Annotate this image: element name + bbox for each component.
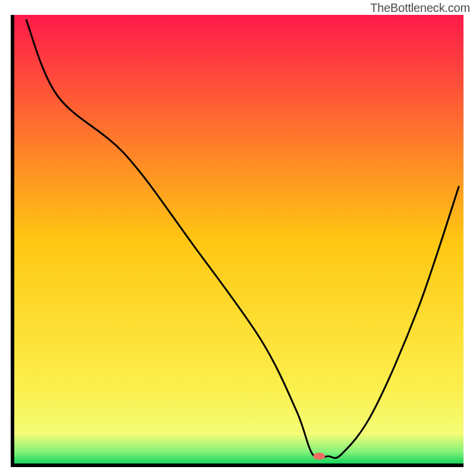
watermark-text: TheBottleneck.com [370, 1, 470, 15]
chart-container: TheBottleneck.com [0, 0, 476, 476]
optimal-marker [313, 453, 325, 460]
gradient-background [12, 15, 464, 465]
chart-svg [0, 0, 476, 476]
